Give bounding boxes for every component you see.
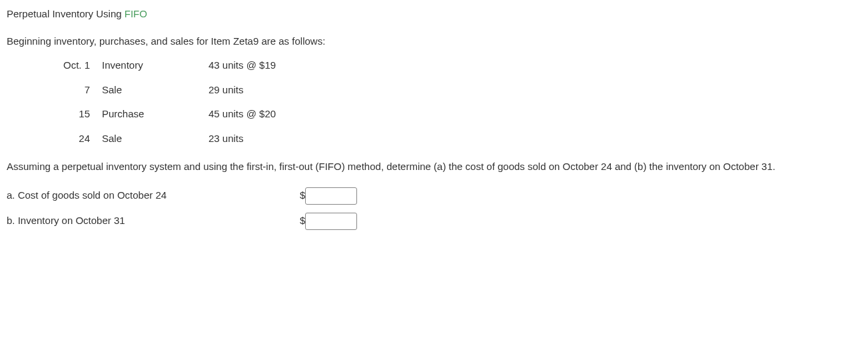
table-row: 7 Sale 29 units (43, 83, 861, 98)
cell-date: Oct. 1 (43, 58, 102, 73)
problem-title: Perpetual Inventory Using FIFO (7, 7, 861, 22)
answer-label-b: b. Inventory on October 31 (7, 213, 300, 229)
answer-input-b[interactable] (305, 213, 357, 230)
answer-label-a: a. Cost of goods sold on October 24 (7, 188, 300, 203)
cell-detail: 29 units (209, 83, 861, 98)
cell-type: Inventory (102, 58, 209, 73)
answer-row-a: a. Cost of goods sold on October 24 $ (7, 187, 861, 205)
title-main: Perpetual Inventory Using (7, 8, 125, 19)
answer-input-a[interactable] (305, 187, 357, 205)
cell-type: Sale (102, 83, 209, 98)
cell-date: 24 (43, 131, 102, 147)
cell-type: Sale (102, 131, 209, 147)
cell-detail: 23 units (209, 131, 861, 147)
cell-detail: 45 units @ $20 (209, 107, 861, 122)
cell-date: 7 (43, 83, 102, 98)
intro-text: Beginning inventory, purchases, and sale… (7, 34, 861, 49)
table-row: Oct. 1 Inventory 43 units @ $19 (43, 58, 861, 73)
instruction-text: Assuming a perpetual inventory system an… (7, 158, 861, 175)
transaction-table: Oct. 1 Inventory 43 units @ $19 7 Sale 2… (43, 58, 861, 146)
table-row: 24 Sale 23 units (43, 131, 861, 147)
cell-detail: 43 units @ $19 (209, 58, 861, 73)
currency-symbol: $ (300, 213, 305, 229)
cell-date: 15 (43, 107, 102, 122)
currency-symbol: $ (300, 188, 305, 203)
cell-type: Purchase (102, 107, 209, 122)
title-highlight: FIFO (125, 8, 147, 19)
table-row: 15 Purchase 45 units @ $20 (43, 107, 861, 122)
answer-row-b: b. Inventory on October 31 $ (7, 213, 861, 230)
